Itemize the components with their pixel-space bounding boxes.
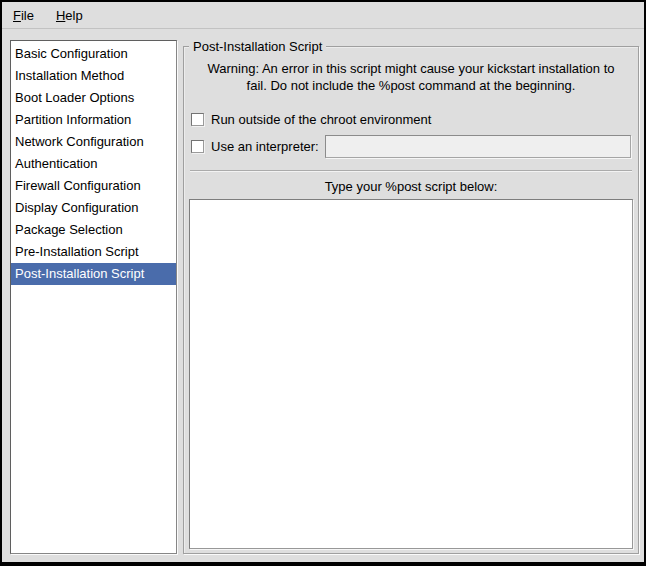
sidebar-item-network-configuration[interactable]: Network Configuration bbox=[11, 131, 176, 153]
sidebar-item-firewall-configuration[interactable]: Firewall Configuration bbox=[11, 175, 176, 197]
chroot-checkbox-row: Run outside of the chroot environment bbox=[191, 110, 631, 128]
sidebar-item-display-configuration[interactable]: Display Configuration bbox=[11, 197, 176, 219]
frame-title: Post-Installation Script bbox=[189, 38, 326, 55]
sidebar-item-partition-information[interactable]: Partition Information bbox=[11, 109, 176, 131]
interpreter-checkbox-row: Use an interpreter: bbox=[191, 134, 631, 158]
sidebar-item-post-installation-script[interactable]: Post-Installation Script bbox=[11, 263, 176, 285]
interpreter-checkbox-label[interactable]: Use an interpreter: bbox=[211, 139, 319, 154]
menu-file[interactable]: File bbox=[4, 4, 43, 27]
script-label: Type your %post script below: bbox=[184, 179, 638, 194]
chroot-checkbox-label[interactable]: Run outside of the chroot environment bbox=[211, 112, 431, 127]
menu-bar: File Help bbox=[2, 2, 644, 29]
sidebar-item-package-selection[interactable]: Package Selection bbox=[11, 219, 176, 241]
post-installation-frame: Post-Installation Script Warning: An err… bbox=[183, 46, 639, 554]
sidebar-item-pre-installation-script[interactable]: Pre-Installation Script bbox=[11, 241, 176, 263]
sidebar-item-basic-configuration[interactable]: Basic Configuration bbox=[11, 43, 176, 65]
interpreter-input[interactable] bbox=[325, 135, 631, 158]
post-script-textarea[interactable] bbox=[189, 199, 633, 549]
kickstart-configurator-window: File Help Basic ConfigurationInstallatio… bbox=[0, 0, 646, 566]
chroot-checkbox[interactable] bbox=[191, 113, 204, 126]
sidebar-list[interactable]: Basic ConfigurationInstallation MethodBo… bbox=[10, 40, 177, 554]
menu-help[interactable]: Help bbox=[47, 4, 92, 27]
separator bbox=[190, 170, 632, 172]
warning-text: Warning: An error in this script might c… bbox=[196, 60, 626, 94]
sidebar-item-boot-loader-options[interactable]: Boot Loader Options bbox=[11, 87, 176, 109]
sidebar-item-authentication[interactable]: Authentication bbox=[11, 153, 176, 175]
interpreter-checkbox[interactable] bbox=[191, 140, 204, 153]
sidebar-item-installation-method[interactable]: Installation Method bbox=[11, 65, 176, 87]
